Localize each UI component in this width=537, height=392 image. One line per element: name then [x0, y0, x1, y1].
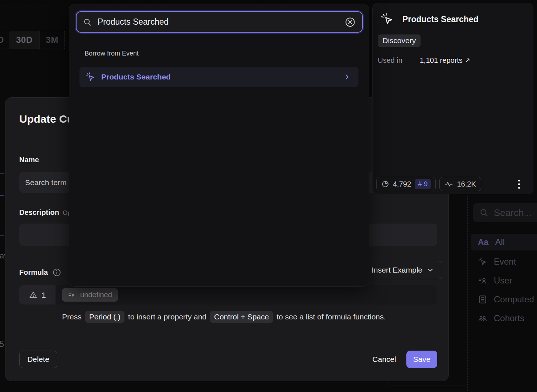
error-count: 1	[42, 291, 46, 299]
kbd-control-space: Control + Space	[210, 311, 273, 323]
more-options-button[interactable]	[518, 180, 520, 189]
calculator-icon	[478, 295, 487, 304]
chip-label: undefined	[80, 291, 112, 299]
filter-item-label: User	[494, 275, 512, 286]
search-icon	[83, 18, 92, 26]
card-header: Products Searched	[381, 13, 479, 26]
undefined-property-chip[interactable]: undefined	[62, 288, 118, 302]
save-button[interactable]: Save	[406, 351, 437, 368]
filter-item-event[interactable]: Event	[471, 253, 537, 270]
filter-item-label: Computed	[494, 294, 534, 305]
volume-count: 16.2K	[457, 180, 476, 188]
chart-edge-mark	[0, 173, 4, 174]
text-type-icon: Aa	[478, 237, 488, 247]
pie-chart-icon	[381, 180, 389, 188]
clipped-axis-label: 5	[0, 339, 4, 349]
cohorts-icon	[478, 314, 487, 323]
external-link-icon: ↗	[465, 56, 470, 65]
close-circle-icon	[345, 17, 356, 28]
cancel-button[interactable]: Cancel	[364, 351, 404, 368]
warning-icon	[29, 291, 37, 299]
sidebar-search-placeholder: Search...	[494, 207, 532, 219]
app-root: 7D 30D 3M lay 5 Search... Aa All Event U…	[0, 0, 537, 392]
event-search-input[interactable]	[98, 17, 339, 27]
chart-edge-tick	[0, 195, 4, 196]
event-cursor-icon	[478, 257, 487, 266]
filter-item-label: Event	[494, 257, 516, 267]
formula-editor[interactable]: 1 undefined	[19, 285, 437, 305]
volume-pill[interactable]: 16.2K	[439, 177, 481, 191]
info-icon[interactable]	[52, 268, 61, 277]
time-range-7d[interactable]: 7D	[0, 31, 9, 49]
delete-button[interactable]: Delete	[19, 351, 57, 368]
event-cursor-icon	[381, 13, 394, 26]
modal-title: Update Cu	[19, 113, 74, 125]
filter-item-user[interactable]: User	[471, 272, 537, 289]
property-cursor-icon	[68, 291, 77, 299]
clear-search-button[interactable]	[345, 17, 356, 28]
insert-example-label: Insert Example	[372, 266, 422, 274]
formula-label-row: Formula	[19, 268, 61, 277]
filter-item-cohorts[interactable]: Cohorts	[471, 310, 537, 327]
borrow-from-event-label: Borrow from Event	[85, 50, 139, 57]
formula-error-counter: 1	[19, 285, 56, 305]
rank-badge: # 9	[415, 179, 431, 189]
time-range-group: 7D 30D 3M	[0, 31, 65, 49]
formula-label: Formula	[19, 268, 48, 277]
top-divider	[0, 2, 537, 2]
search-icon	[479, 208, 489, 217]
user-icon	[478, 276, 487, 285]
filter-item-computed[interactable]: Computed	[471, 291, 537, 308]
event-cursor-icon	[85, 72, 95, 82]
formula-input[interactable]: undefined	[56, 285, 437, 305]
formula-hint: Press Period (.) to insert a property an…	[62, 311, 386, 323]
sidebar-search-input[interactable]: Search...	[473, 203, 537, 222]
event-search-dropdown: Borrow from Event Products Searched	[69, 4, 369, 287]
filter-item-all[interactable]: Aa All	[471, 234, 537, 250]
used-in-link[interactable]: 1,101 reports	[420, 56, 463, 65]
used-in-label: Used in	[378, 56, 420, 65]
event-result-label: Products Searched	[101, 73, 337, 81]
chevron-down-icon	[427, 266, 434, 274]
unique-count-pill[interactable]: 4,792 # 9	[376, 177, 436, 191]
kbd-period: Period (.)	[85, 311, 124, 323]
time-range-3m[interactable]: 3M	[40, 31, 65, 49]
filter-item-label: All	[495, 237, 505, 247]
filter-item-label: Cohorts	[494, 313, 524, 323]
chart-edge-mark	[0, 235, 4, 236]
activity-icon	[444, 180, 453, 188]
used-in-row: Used in 1,101 reports ↗	[378, 56, 470, 65]
event-stats-row: 4,792 # 9 16.2K	[376, 177, 530, 191]
time-range-30d[interactable]: 30D	[9, 31, 40, 49]
event-detail-card: Products Searched Discovery Used in 1,10…	[372, 3, 533, 194]
insert-example-button[interactable]: Insert Example	[363, 261, 442, 279]
name-label: Name	[19, 156, 39, 164]
event-title: Products Searched	[402, 15, 479, 24]
chevron-right-icon	[343, 73, 351, 81]
lexicon-filter-sidebar: Search... Aa All Event User Computed Coh…	[467, 196, 537, 392]
event-search-field[interactable]	[76, 11, 363, 33]
event-result-row[interactable]: Products Searched	[79, 67, 358, 87]
unique-count: 4,792	[393, 180, 411, 188]
category-badge: Discovery	[378, 34, 421, 47]
